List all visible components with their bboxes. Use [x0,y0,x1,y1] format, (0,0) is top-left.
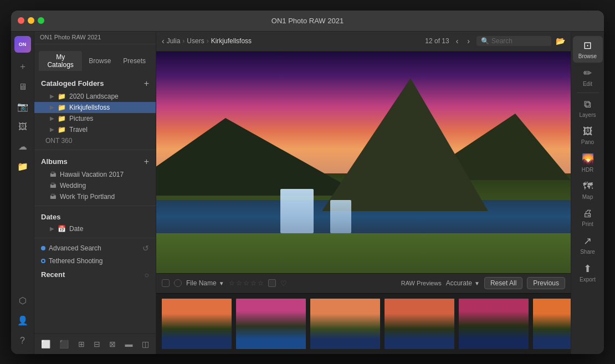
single-view-icon[interactable]: ⬜ [39,337,53,351]
add-catalog-button[interactable]: + [144,79,149,89]
pano-icon: 🖼 [583,126,593,137]
sidebar-item-travel[interactable]: ▶ 📁 Travel [34,124,156,135]
star-1[interactable]: ☆ [229,279,235,287]
traffic-lights [18,17,44,24]
maximize-button[interactable] [38,17,44,24]
sidebar-item-work-trip[interactable]: 🏔 Work Trip Portland [34,191,156,202]
waterfall1 [280,189,314,233]
sidebar-item-tethered-shooting[interactable]: Tethered Shooting [34,255,156,267]
dropdown-chevron-icon: ▼ [219,280,224,286]
minimize-button[interactable] [28,17,34,24]
thumb-item[interactable] [532,298,571,350]
star-4[interactable]: ☆ [250,279,257,287]
window-title: ON1 Photo RAW 2021 [271,17,344,25]
dual-view-icon[interactable]: ⬛ [57,337,71,351]
panel-item-pano[interactable]: 🖼 Pano [573,122,603,148]
album-icon: 🏔 [50,193,57,201]
compare-view-icon[interactable]: ◫ [140,337,151,351]
cloud-icon[interactable]: ☁ [14,138,32,156]
sidebar-item-advanced-search[interactable]: Advanced Search ↺ [34,242,156,255]
add-icon[interactable]: ＋ [14,58,32,76]
like-button[interactable]: ♡ [280,279,287,288]
thumb-item[interactable] [161,298,233,350]
reset-all-button[interactable]: Reset All [484,277,522,289]
panel-item-hdr[interactable]: 🌄 HDR [573,150,603,176]
layers-icon: ⧉ [584,99,591,110]
person-icon[interactable]: 👤 [14,312,32,330]
content-toolbar: ‹ Julia › Users › Kirkjufellsfoss 12 of … [156,32,571,52]
breadcrumb-users: Users [187,37,204,45]
tab-browse[interactable]: Browse [83,51,116,71]
panel-item-share[interactable]: ↗ Share [573,232,603,258]
thumb-item[interactable] [235,298,307,350]
camera-icon[interactable]: 📷 [14,98,32,116]
sidebar-item-date[interactable]: ▶ 📅 Date [34,223,156,234]
waterfall2 [330,200,351,233]
album-icon: 🏔 [50,182,57,189]
thumb-scene [162,299,232,349]
thumb-scene [236,299,306,349]
thumb-scene [533,299,571,349]
ring-icon [41,259,45,263]
sidebar-item-wedding[interactable]: 🏔 Wedding [34,180,156,191]
sidebar-item-kirkjufellsfoss[interactable]: ▶ 📁 Kirkjufellsfoss [34,102,156,113]
breadcrumb-current: Kirkjufellsfoss [211,37,252,45]
grid-alt-view-icon[interactable]: ⊟ [91,337,102,351]
color-label[interactable] [268,279,276,287]
tab-my-catalogs[interactable]: My Catalogs [39,51,82,71]
sidebar-item-hawaii[interactable]: 🏔 Hawaii Vacation 2017 [34,169,156,180]
grid-view-icon[interactable]: ⊞ [76,337,87,351]
next-image-icon[interactable]: › [465,35,472,47]
sidebar-item-pictures[interactable]: ▶ 📁 Pictures [34,113,156,124]
star-2[interactable]: ☆ [236,279,242,287]
panel-item-layers[interactable]: ⧉ Layers [573,95,603,121]
image-counter: 12 of 13 [425,37,449,45]
dropdown-chevron-icon: ▼ [474,280,480,286]
sidebar: ON1 Photo RAW 2021 My Catalogs Browse Pr… [34,32,156,354]
folder-import-icon[interactable]: 📁 [14,158,32,176]
filename-dropdown[interactable]: File Name ▼ [186,279,224,287]
right-panel: ⊡ Browse ✏ Edit ⧉ Layers 🖼 Pano 🌄 HDR 🗺 [571,32,604,354]
thumb-scene [385,299,454,349]
reset-search-icon[interactable]: ↺ [142,244,149,253]
image-view [156,52,571,273]
panel-item-browse[interactable]: ⊡ Browse [573,36,603,63]
image-bottom-bar: File Name ▼ ☆ ☆ ☆ ☆ ☆ ♡ RAW Previews Acc… [156,273,571,293]
tab-presets[interactable]: Presets [117,51,151,71]
panel-item-map[interactable]: 🗺 Map [573,177,603,203]
thumb-item[interactable] [383,298,455,350]
star-rating[interactable]: ☆ ☆ ☆ ☆ ☆ [229,279,264,287]
breadcrumb-back-icon[interactable]: ‹ [162,37,165,45]
sidebar-content: Cataloged Folders + ▶ 📁 2020 Landscape ▶… [34,71,156,334]
thumb-item[interactable] [458,298,530,350]
recent-options-icon[interactable]: ○ [145,270,149,279]
help-icon[interactable]: ? [14,332,32,350]
star-5[interactable]: ☆ [258,279,264,287]
sidebar-item-2020-landscape[interactable]: ▶ 📁 2020 Landscape [34,91,156,102]
panel-item-print[interactable]: 🖨 Print [573,204,603,230]
calendar-icon: 📅 [58,225,66,233]
star-3[interactable]: ☆ [243,279,249,287]
edit-icon: ✏ [583,67,592,79]
active-dot-icon [41,246,45,250]
monitor-icon[interactable]: 🖥 [14,78,32,96]
previous-button[interactable]: Previous [527,277,565,289]
filmstrip-alt-icon[interactable]: ▬ [123,337,135,351]
search-input[interactable] [491,37,547,45]
panel-item-export[interactable]: ⬆ Export [573,259,603,286]
mask-icon[interactable]: ⬡ [14,292,32,310]
thumb-item[interactable] [309,298,381,350]
titlebar: ON1 Photo RAW 2021 [11,11,604,32]
filmstrip-view-icon[interactable]: ⊠ [107,337,118,351]
breadcrumb-julia: Julia [167,37,181,45]
prev-image-icon[interactable]: ‹ [454,35,461,47]
close-button[interactable] [18,17,24,24]
panel-item-edit[interactable]: ✏ Edit [573,64,603,90]
raw-accurate-dropdown[interactable]: Accurate ▼ [446,279,480,287]
flag-circle[interactable] [174,279,182,287]
chevron-icon: ▶ [50,104,54,110]
gallery-icon[interactable]: 🖼 [14,118,32,136]
add-album-button[interactable]: + [144,157,149,167]
select-checkbox[interactable] [162,279,170,287]
folder-icon[interactable]: 📂 [556,37,565,45]
